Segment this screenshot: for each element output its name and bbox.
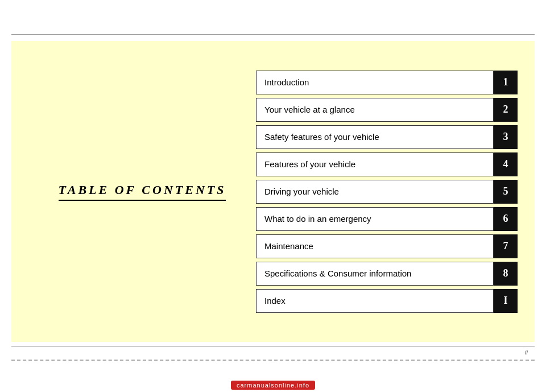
page-number: ii	[525, 349, 528, 356]
toc-item-label: Features of your vehicle	[256, 152, 494, 176]
toc-row[interactable]: Specifications & Consumer information8	[256, 262, 518, 286]
toc-row[interactable]: Maintenance7	[256, 234, 518, 258]
toc-item-label: Safety features of your vehicle	[256, 125, 494, 149]
site-watermark-text: carmanualsonline.info	[231, 381, 315, 390]
toc-item-label: Introduction	[256, 71, 494, 94]
toc-row[interactable]: What to do in an emergency6	[256, 207, 518, 231]
toc-row[interactable]: Safety features of your vehicle3	[256, 125, 518, 149]
left-section: TABLE OF CONTENTS	[28, 183, 245, 201]
toc-item-number: 1	[494, 71, 518, 94]
toc-item-number: 4	[494, 152, 518, 176]
toc-item-label: Maintenance	[256, 234, 494, 258]
toc-item-label: Driving your vehicle	[256, 180, 494, 204]
toc-row[interactable]: Features of your vehicle4	[256, 152, 518, 176]
toc-item-number: I	[494, 289, 518, 313]
toc-item-number: 5	[494, 180, 518, 204]
toc-row[interactable]: IndexI	[256, 289, 518, 313]
toc-item-number: 7	[494, 234, 518, 258]
main-content-area: TABLE OF CONTENTS Introduction1Your vehi…	[11, 41, 535, 342]
toc-row[interactable]: Driving your vehicle5	[256, 180, 518, 204]
toc-item-number: 6	[494, 207, 518, 231]
site-watermark-area: carmanualsonline.info	[0, 381, 546, 390]
toc-row[interactable]: Introduction1	[256, 71, 518, 94]
toc-item-number: 3	[494, 125, 518, 149]
toc-item-label: What to do in an emergency	[256, 207, 494, 231]
toc-item-label: Your vehicle at a glance	[256, 98, 494, 122]
toc-item-label: Index	[256, 289, 494, 313]
top-divider	[11, 34, 535, 35]
toc-row[interactable]: Your vehicle at a glance2	[256, 98, 518, 122]
page-title: TABLE OF CONTENTS	[59, 183, 226, 201]
toc-list: Introduction1Your vehicle at a glance2Sa…	[245, 71, 518, 313]
dashed-divider	[11, 360, 535, 361]
toc-item-number: 2	[494, 98, 518, 122]
bottom-divider	[11, 346, 535, 346]
toc-item-label: Specifications & Consumer information	[256, 262, 494, 286]
toc-item-number: 8	[494, 262, 518, 286]
